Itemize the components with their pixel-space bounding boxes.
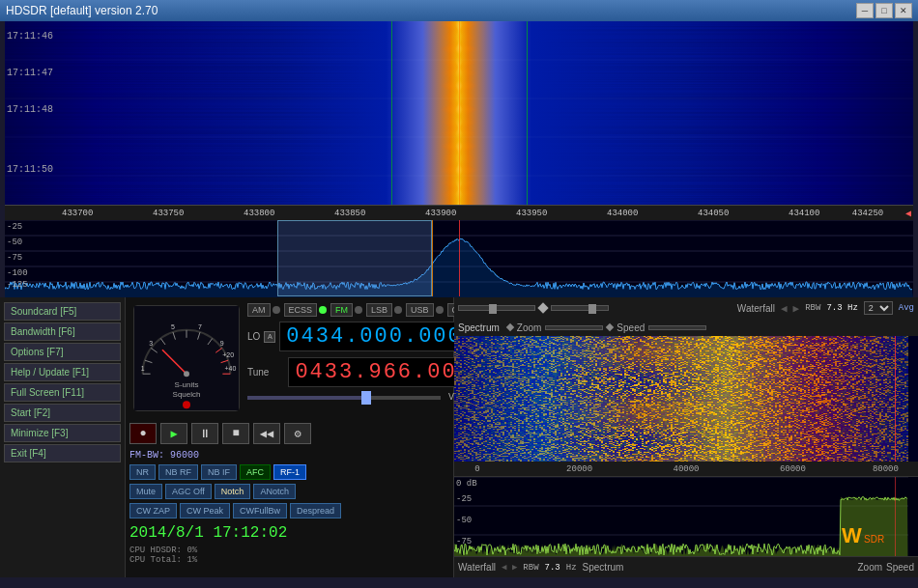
mode-am[interactable]: AM (247, 303, 271, 317)
zoom-diamond (506, 323, 514, 331)
anotch-button[interactable]: ANotch (253, 484, 296, 499)
nb-if-button[interactable]: NB IF (201, 464, 237, 480)
close-btn[interactable]: ✕ (895, 3, 912, 18)
rf1-button[interactable]: RF-1 (273, 464, 306, 480)
s-meter (133, 305, 240, 411)
cw-full-bw-button[interactable]: CWFullBw (233, 503, 287, 518)
dsp-row-2: Mute AGC Off Notch ANotch (129, 484, 449, 499)
options-button[interactable]: Options [F7] (4, 343, 121, 361)
lo-indicator[interactable]: A (264, 331, 275, 343)
sec-rbw-label: RBW (523, 563, 538, 573)
transport-controls: ● ▶ ⏸ ■ ◀◀ ⚙ (129, 423, 449, 444)
nr-button[interactable]: NR (129, 464, 156, 480)
speed-slider[interactable] (648, 325, 706, 330)
spectrum-tune-line (459, 220, 460, 296)
speed-diamond (606, 323, 614, 331)
speed-label: Speed (617, 322, 645, 333)
main-waterfall: 17:11:46 17:11:47 17:11:48 17:11:50 (5, 21, 913, 205)
sec-waterfall-label[interactable]: Waterfall (458, 562, 496, 573)
left-sidebar: Soundcard [F5] Bandwidth [F6] Options [F… (0, 297, 126, 577)
cw-zap-button[interactable]: CW ZAP (129, 503, 177, 518)
sec-rbw-hz: Hz (566, 563, 577, 573)
timestamp-4: 17:11:50 (7, 164, 53, 175)
db-label-125: -125 (7, 280, 28, 290)
freq-label-10: 434250 (852, 209, 883, 218)
dsp-row-3: CW ZAP CW Peak CWFullBw Despread (129, 503, 449, 518)
record-button[interactable]: ● (129, 423, 157, 444)
spectrum-highlight-band[interactable] (277, 220, 432, 296)
freq-label-3: 433800 (244, 209, 274, 218)
sec-freq-0: 0 (474, 464, 479, 474)
dsp-row-1: NR NB RF NB IF AFC RF-1 (129, 464, 449, 480)
pause-button[interactable]: ⏸ (191, 423, 218, 444)
lo-frequency[interactable]: 0434.000.000 (279, 322, 469, 351)
mode-fm[interactable]: FM (330, 303, 353, 317)
freq-label-7: 434000 (607, 209, 638, 218)
freq-label-4: 433850 (334, 209, 365, 218)
start-button[interactable]: Start [F2] (4, 404, 121, 422)
afc-button[interactable]: AFC (240, 464, 271, 480)
spectrum-label[interactable]: Spectrum (458, 322, 500, 333)
despread-button[interactable]: Despread (290, 503, 341, 518)
zoom-slider[interactable] (545, 325, 603, 330)
titlebar-buttons: ─ □ ✕ (856, 3, 912, 18)
sec-rbw-value: 7.3 (545, 563, 560, 573)
sec-spectrum-label[interactable]: Spectrum (583, 562, 624, 573)
maximize-btn[interactable]: □ (875, 3, 893, 18)
rbw-label: RBW (805, 303, 820, 313)
datetime-display: 2014/8/1 17:12:02 (129, 524, 449, 542)
lo-label: LO (247, 331, 260, 342)
mode-usb[interactable]: USB (406, 303, 434, 317)
main-spectrum: -25 -50 -75 -100 -125 (5, 220, 913, 297)
cw-peak-button[interactable]: CW Peak (180, 503, 230, 518)
rbw-select[interactable]: 248 (864, 301, 893, 315)
wf-offset-slider[interactable] (458, 305, 535, 311)
freq-axis-arrow: ◀ (905, 208, 911, 219)
sec-db-25: -25 (456, 494, 472, 504)
soundcard-button[interactable]: Soundcard [F5] (4, 302, 121, 321)
notch-button[interactable]: Notch (215, 484, 251, 499)
waterfall-label[interactable]: Waterfall (737, 303, 775, 314)
mute-button[interactable]: Mute (129, 484, 162, 499)
loop-button[interactable]: ⚙ (284, 423, 311, 444)
bandwidth-button[interactable]: Bandwidth [F6] (4, 322, 121, 341)
agc-off-button[interactable]: AGC Off (165, 484, 212, 499)
cpu-total: CPU Total: 1% (129, 555, 449, 565)
db-label-50: -50 (7, 238, 22, 247)
sec-wf-marker (895, 336, 896, 462)
db-label-25: -25 (7, 222, 22, 232)
timestamp-3: 17:11:48 (7, 104, 53, 115)
sec-freq-40k: 40000 (673, 464, 699, 474)
rbw-value: 7.3 Hz (826, 303, 857, 313)
fullscreen-button[interactable]: Full Screen [F11] (4, 383, 121, 402)
sec-speed-label: Speed (886, 562, 914, 573)
secondary-bottom-bar: Waterfall ◀ ▶ RBW 7.3 Hz Spectrum Zoom S… (454, 556, 918, 577)
volume-slider[interactable] (247, 396, 441, 400)
mode-ecss[interactable]: ECSS (284, 303, 318, 317)
exit-button[interactable]: Exit [F4] (4, 444, 121, 462)
minimize-btn[interactable]: ─ (856, 3, 874, 18)
freq-label-9: 434100 (789, 209, 819, 218)
tune-frequency[interactable]: 0433.966.000 (288, 357, 480, 387)
help-button[interactable]: Help / Update [F1] (4, 363, 121, 381)
stop-button[interactable]: ■ (222, 423, 249, 444)
timestamp-2: 17:11:47 (7, 68, 53, 78)
right-panel: Waterfall ◀ ▶ RBW 7.3 Hz 248 Avg Spectru… (454, 297, 918, 577)
db-label-75: -75 (7, 253, 22, 263)
fmbw-label: FM-BW: 96000 (129, 450, 449, 461)
sec-freq-60k: 60000 (780, 464, 806, 474)
freq-label-5: 433900 (425, 209, 456, 218)
avg-label: Avg (899, 303, 914, 313)
band-right-line (527, 21, 528, 205)
sec-freq-80k: 80000 (873, 464, 899, 474)
center-line (459, 21, 460, 205)
play-button[interactable]: ▶ (160, 423, 187, 444)
cpu-info: CPU HDSDR: 0% CPU Total: 1% (129, 546, 449, 565)
mode-lsb[interactable]: LSB (366, 303, 392, 317)
nb-rf-button[interactable]: NB RF (158, 464, 198, 480)
minimize-button[interactable]: Minimize [F3] (4, 424, 121, 442)
freq-label-6: 433950 (516, 209, 547, 218)
wf-range-slider[interactable] (551, 305, 609, 311)
right-controls-bar: Waterfall ◀ ▶ RBW 7.3 Hz 248 Avg (454, 297, 918, 319)
rewind-button[interactable]: ◀◀ (253, 423, 280, 444)
